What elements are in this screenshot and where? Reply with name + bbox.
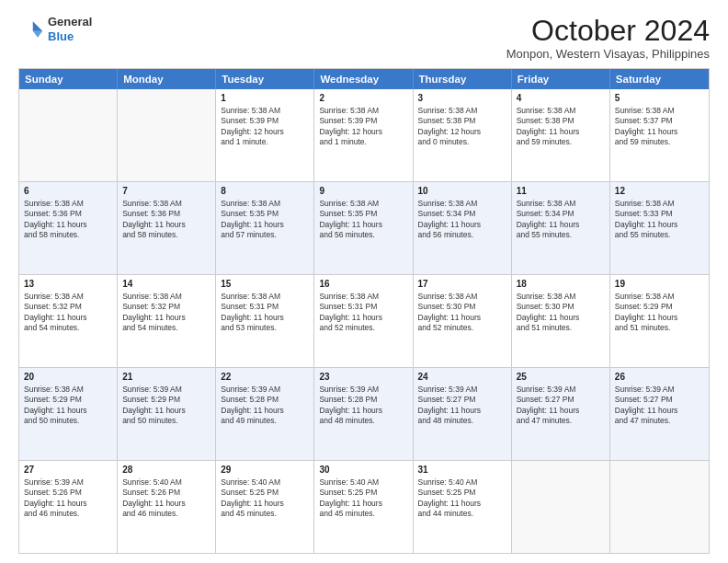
day-info-line: and 48 minutes. [319, 416, 407, 426]
day-info-line: Sunrise: 5:39 AM [122, 385, 210, 395]
day-info-line: Sunrise: 5:38 AM [319, 106, 407, 116]
day-number: 23 [319, 371, 407, 384]
day-info-line: Sunrise: 5:38 AM [615, 106, 704, 116]
day-info-line: Sunset: 5:32 PM [122, 302, 210, 312]
day-info-line: and 47 minutes. [517, 416, 605, 426]
logo-text: General Blue [48, 15, 92, 43]
calendar-day-20: 20Sunrise: 5:38 AMSunset: 5:29 PMDayligh… [19, 368, 118, 460]
day-info-line: and 48 minutes. [418, 416, 506, 426]
day-info-line: Daylight: 11 hours [517, 220, 605, 230]
svg-marker-0 [33, 21, 43, 31]
day-number: 24 [418, 371, 506, 384]
day-info-line: Sunrise: 5:38 AM [418, 199, 506, 209]
day-number: 4 [517, 92, 605, 105]
day-info-line: Sunset: 5:29 PM [122, 395, 210, 405]
day-info-line: Daylight: 11 hours [319, 406, 407, 416]
calendar-day-1: 1Sunrise: 5:38 AMSunset: 5:39 PMDaylight… [216, 89, 314, 181]
day-info-line: Sunrise: 5:40 AM [418, 477, 506, 488]
calendar-day-25: 25Sunrise: 5:39 AMSunset: 5:27 PMDayligh… [512, 368, 610, 460]
day-info-line: Sunrise: 5:40 AM [122, 477, 210, 488]
day-info-line: Daylight: 11 hours [615, 313, 704, 323]
day-info-line: Daylight: 11 hours [24, 406, 112, 416]
day-info-line: Sunset: 5:26 PM [122, 488, 210, 498]
day-info-line: and 53 minutes. [221, 323, 309, 333]
day-info-line: and 47 minutes. [615, 416, 704, 426]
day-info-line: and 0 minutes. [418, 137, 506, 147]
day-info-line: Sunset: 5:39 PM [221, 116, 309, 126]
day-info-line: and 52 minutes. [319, 323, 407, 333]
calendar-day-14: 14Sunrise: 5:38 AMSunset: 5:32 PMDayligh… [118, 275, 216, 367]
day-info-line: and 54 minutes. [24, 323, 112, 333]
day-info-line: Sunset: 5:27 PM [517, 395, 605, 405]
day-info-line: Sunset: 5:36 PM [24, 209, 112, 219]
day-number: 13 [24, 278, 112, 291]
location-subtitle: Monpon, Western Visayas, Philippines [506, 47, 710, 61]
day-number: 21 [122, 371, 210, 384]
day-info-line: Sunset: 5:32 PM [24, 302, 112, 312]
day-info-line: Sunrise: 5:38 AM [517, 199, 605, 209]
logo: General Blue [18, 15, 92, 43]
day-info-line: and 56 minutes. [319, 230, 407, 240]
day-info-line: Sunrise: 5:38 AM [24, 385, 112, 395]
calendar-day-23: 23Sunrise: 5:39 AMSunset: 5:28 PMDayligh… [314, 368, 413, 460]
day-number: 18 [517, 278, 605, 291]
calendar-day-24: 24Sunrise: 5:39 AMSunset: 5:27 PMDayligh… [414, 368, 512, 460]
svg-marker-1 [33, 30, 43, 37]
day-info-line: Daylight: 11 hours [221, 220, 309, 230]
day-info-line: and 49 minutes. [221, 416, 309, 426]
day-info-line: Sunset: 5:36 PM [122, 209, 210, 219]
day-info-line: Daylight: 11 hours [319, 313, 407, 323]
day-of-week-wednesday: Wednesday [314, 69, 413, 89]
calendar-empty-cell [512, 461, 610, 553]
day-info-line: Sunrise: 5:38 AM [418, 292, 506, 302]
calendar-day-7: 7Sunrise: 5:38 AMSunset: 5:36 PMDaylight… [118, 182, 216, 274]
day-info-line: and 1 minute. [319, 137, 407, 147]
calendar: SundayMondayTuesdayWednesdayThursdayFrid… [18, 68, 710, 554]
day-number: 22 [221, 371, 309, 384]
day-info-line: Sunset: 5:27 PM [418, 395, 506, 405]
day-info-line: Daylight: 11 hours [122, 406, 210, 416]
calendar-day-5: 5Sunrise: 5:38 AMSunset: 5:37 PMDaylight… [610, 89, 709, 181]
day-info-line: Daylight: 11 hours [517, 406, 605, 416]
day-info-line: and 59 minutes. [517, 137, 605, 147]
day-info-line: and 45 minutes. [319, 509, 407, 519]
day-info-line: Sunset: 5:39 PM [319, 116, 407, 126]
day-info-line: Sunset: 5:37 PM [615, 116, 704, 126]
calendar-row: 27Sunrise: 5:39 AMSunset: 5:26 PMDayligh… [19, 461, 709, 553]
day-info-line: Sunset: 5:25 PM [418, 488, 506, 498]
day-number: 7 [122, 185, 210, 198]
day-info-line: Sunset: 5:31 PM [221, 302, 309, 312]
title-block: October 2024 Monpon, Western Visayas, Ph… [506, 15, 710, 61]
day-number: 31 [418, 464, 506, 477]
day-info-line: Sunrise: 5:38 AM [319, 199, 407, 209]
calendar-day-28: 28Sunrise: 5:40 AMSunset: 5:26 PMDayligh… [118, 461, 216, 553]
day-info-line: Sunset: 5:25 PM [221, 488, 309, 498]
day-info-line: Daylight: 11 hours [517, 127, 605, 137]
day-info-line: Sunrise: 5:40 AM [319, 477, 407, 488]
day-info-line: and 58 minutes. [122, 230, 210, 240]
calendar-day-13: 13Sunrise: 5:38 AMSunset: 5:32 PMDayligh… [19, 275, 118, 367]
calendar-row: 1Sunrise: 5:38 AMSunset: 5:39 PMDaylight… [19, 89, 709, 182]
day-info-line: Daylight: 11 hours [122, 499, 210, 509]
day-info-line: Sunrise: 5:39 AM [418, 385, 506, 395]
calendar-day-29: 29Sunrise: 5:40 AMSunset: 5:25 PMDayligh… [216, 461, 314, 553]
day-info-line: Sunset: 5:30 PM [418, 302, 506, 312]
calendar-day-19: 19Sunrise: 5:38 AMSunset: 5:29 PMDayligh… [610, 275, 709, 367]
day-number: 5 [615, 92, 704, 105]
day-number: 29 [221, 464, 309, 477]
calendar-day-2: 2Sunrise: 5:38 AMSunset: 5:39 PMDaylight… [314, 89, 413, 181]
day-info-line: Sunrise: 5:39 AM [319, 385, 407, 395]
day-info-line: Sunrise: 5:38 AM [24, 199, 112, 209]
day-info-line: and 50 minutes. [122, 416, 210, 426]
day-info-line: Daylight: 11 hours [24, 313, 112, 323]
day-number: 26 [615, 371, 704, 384]
day-info-line: and 58 minutes. [24, 230, 112, 240]
day-number: 20 [24, 371, 112, 384]
day-info-line: Sunset: 5:38 PM [418, 116, 506, 126]
calendar-day-8: 8Sunrise: 5:38 AMSunset: 5:35 PMDaylight… [216, 182, 314, 274]
calendar-empty-cell [118, 89, 216, 181]
day-info-line: Daylight: 11 hours [517, 313, 605, 323]
day-info-line: Daylight: 12 hours [221, 127, 309, 137]
calendar-row: 20Sunrise: 5:38 AMSunset: 5:29 PMDayligh… [19, 368, 709, 461]
day-info-line: Sunrise: 5:38 AM [319, 292, 407, 302]
